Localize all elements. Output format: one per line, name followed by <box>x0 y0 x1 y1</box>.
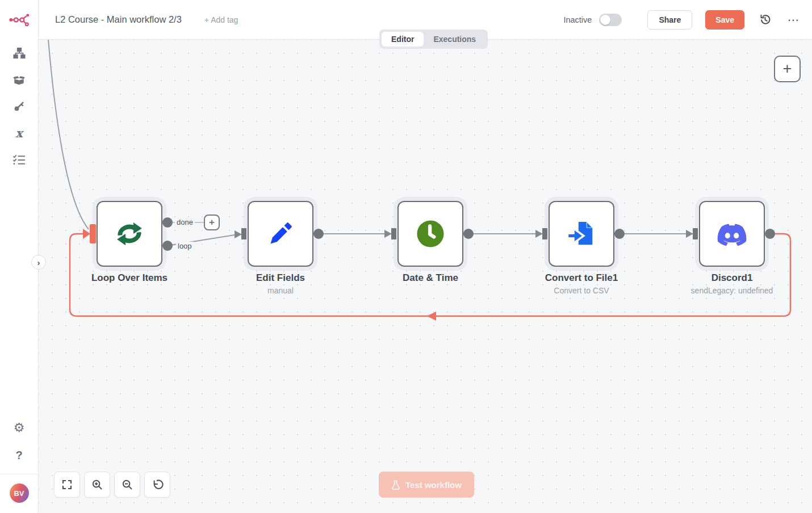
loop-icon <box>114 218 145 250</box>
input-port[interactable] <box>542 228 547 239</box>
add-node-button[interactable]: + <box>774 56 801 82</box>
clock-icon <box>414 217 447 250</box>
add-tag-button[interactable]: + Add tag <box>204 15 238 24</box>
test-workflow-button[interactable]: Test workflow <box>379 472 474 498</box>
n8n-logo-icon[interactable] <box>0 0 39 39</box>
n8n-app: x ⚙ ? BV L2 C <box>0 0 812 513</box>
input-port[interactable] <box>391 228 396 239</box>
node-box[interactable] <box>97 201 162 267</box>
node-box[interactable] <box>397 201 463 267</box>
canvas-zoom-controls <box>54 472 170 498</box>
node-subtitle: sendLegacy: undefined <box>647 286 812 295</box>
test-workflow-label: Test workflow <box>405 480 462 490</box>
node-loop-over-items[interactable]: Loop Over Items <box>97 201 162 267</box>
more-options-icon[interactable]: ⋯ <box>788 13 800 27</box>
node-title: Convert to File1 <box>496 272 667 284</box>
tab-editor[interactable]: Editor <box>382 32 424 47</box>
active-toggle[interactable] <box>599 14 622 26</box>
output-label-loop: loop <box>176 242 194 250</box>
node-title: Discord1 <box>647 272 812 284</box>
output-label-done: done <box>175 218 195 226</box>
node-subtitle: Convert to CSV <box>496 286 667 295</box>
history-icon[interactable] <box>757 12 773 28</box>
workflows-icon[interactable] <box>9 43 30 63</box>
toggle-knob <box>600 15 610 25</box>
input-port[interactable] <box>241 228 246 239</box>
templates-icon[interactable] <box>9 70 30 90</box>
variables-icon[interactable]: x <box>9 123 30 143</box>
node-convert-to-file[interactable]: Convert to File1 Convert to CSV <box>549 201 614 267</box>
output-port[interactable] <box>463 229 474 239</box>
output-port[interactable] <box>765 229 775 239</box>
output-port-loop[interactable] <box>162 241 173 251</box>
flask-icon <box>391 480 400 490</box>
zoom-in-button[interactable] <box>84 472 110 498</box>
sidebar-footer: ⚙ ? <box>9 418 30 465</box>
output-port[interactable] <box>313 229 324 239</box>
settings-gear-icon[interactable]: ⚙ <box>9 418 30 438</box>
discord-icon <box>715 221 748 247</box>
zoom-out-button[interactable] <box>114 472 140 498</box>
header-actions: Inactive Share Save ⋯ <box>563 10 812 30</box>
add-node-from-done-button[interactable]: + <box>204 215 220 230</box>
tab-executions[interactable]: Executions <box>424 32 485 47</box>
pencil-icon <box>265 218 296 250</box>
node-title: Date & Time <box>345 272 516 284</box>
node-edit-fields[interactable]: Edit Fields manual <box>248 201 313 267</box>
node-discord[interactable]: Discord1 sendLegacy: undefined <box>699 201 765 267</box>
view-tabs: Editor Executions <box>379 30 488 49</box>
sidebar-nav: x <box>9 43 30 170</box>
reset-zoom-button[interactable] <box>144 472 170 498</box>
share-button[interactable]: Share <box>647 10 692 30</box>
zoom-to-fit-button[interactable] <box>54 472 80 498</box>
workflow-title[interactable]: L2 Course - Main workflow 2/3 <box>55 14 182 25</box>
node-title: Edit Fields <box>195 272 366 284</box>
help-icon[interactable]: ? <box>9 445 30 465</box>
node-date-time[interactable]: Date & Time <box>397 201 463 267</box>
sidebar-expand-chevron-icon[interactable]: › <box>31 255 46 270</box>
status-label: Inactive <box>563 15 592 24</box>
input-port[interactable] <box>693 228 698 239</box>
node-box[interactable] <box>248 201 313 267</box>
node-box[interactable] <box>699 201 765 267</box>
workflow-canvas[interactable]: done loop + + Loop Over Items <box>39 40 812 513</box>
save-button[interactable]: Save <box>705 10 744 30</box>
executions-icon[interactable] <box>9 150 30 170</box>
input-port[interactable] <box>90 224 96 243</box>
output-port[interactable] <box>614 229 625 239</box>
output-port-done[interactable] <box>162 217 173 228</box>
user-avatar[interactable]: BV <box>10 483 29 503</box>
node-box[interactable] <box>549 201 614 267</box>
sidebar-divider <box>0 474 39 474</box>
node-subtitle: manual <box>195 286 366 295</box>
file-import-icon <box>566 218 597 250</box>
credentials-icon[interactable] <box>9 96 30 116</box>
node-title: Loop Over Items <box>44 272 215 284</box>
